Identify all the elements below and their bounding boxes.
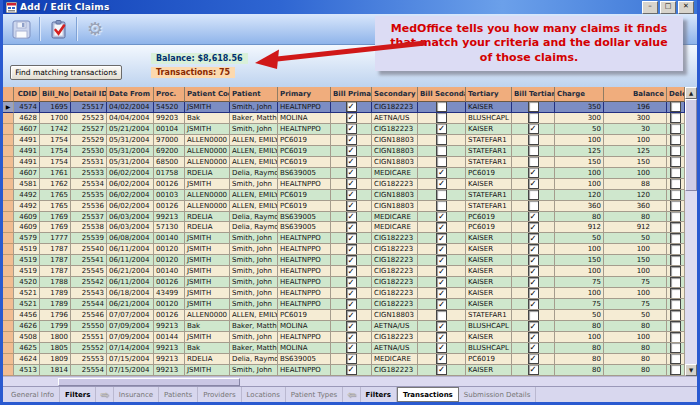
- cell-date_from[interactable]: 06/11/2004: [107, 244, 154, 255]
- cell-balance[interactable]: 80: [604, 343, 667, 354]
- cell-balance[interactable]: 100: [604, 288, 667, 299]
- cell-patient[interactable]: Baker, Matthew: [230, 343, 278, 354]
- cell-patient_code[interactable]: ALLEN0000: [185, 310, 230, 321]
- row-header[interactable]: [3, 124, 14, 135]
- cell-bill_tertiary[interactable]: ✓: [512, 222, 555, 233]
- cell-proc[interactable]: 99203: [154, 113, 185, 124]
- bill_primary-checkbox[interactable]: ✓: [346, 157, 357, 167]
- cell-balance[interactable]: 150: [604, 157, 667, 168]
- cell-balance[interactable]: 75: [604, 299, 667, 310]
- cell-bill_tertiary[interactable]: ✓: [512, 266, 555, 277]
- cell-bill_tertiary[interactable]: ✓: [512, 168, 555, 179]
- cell-date_from[interactable]: 07/09/2004: [107, 332, 154, 343]
- cell-patient[interactable]: Smith, John: [230, 266, 278, 277]
- cell-primary[interactable]: BS639005: [278, 212, 331, 223]
- cell-detail_id[interactable]: 25535: [71, 190, 107, 201]
- cell-bill_tertiary[interactable]: ✓: [512, 299, 555, 310]
- cell-detail_id[interactable]: 25545: [71, 266, 107, 277]
- cell-date_from[interactable]: 06/03/2004: [107, 222, 154, 233]
- cell-secondary[interactable]: CIG182223: [372, 244, 418, 255]
- cell-patient_code[interactable]: JSMITH: [185, 124, 230, 135]
- cell-bill_primary[interactable]: ✓: [331, 212, 372, 223]
- cell-detail_id[interactable]: 25538: [71, 222, 107, 233]
- cell-bill_secondary[interactable]: ✓: [418, 179, 466, 190]
- delete-checkbox[interactable]: [670, 113, 681, 123]
- cell-bill_primary[interactable]: ✓: [331, 332, 372, 343]
- cell-tertiary[interactable]: KAISER: [466, 266, 512, 277]
- cell-bill_tertiary[interactable]: [512, 113, 555, 124]
- table-row[interactable]: 451917872554506/21/200400140JSMITHSmith,…: [3, 266, 685, 277]
- cell-primary[interactable]: PC6019: [278, 146, 331, 157]
- cell-patient[interactable]: Smith, John: [230, 102, 278, 113]
- table-row[interactable]: 460917692553806/03/200457130RDELIADelia,…: [3, 222, 685, 233]
- cell-bill_no[interactable]: 1769: [40, 212, 71, 223]
- cell-delete[interactable]: [667, 310, 685, 321]
- bill_secondary-checkbox[interactable]: [436, 190, 447, 200]
- cell-secondary[interactable]: CIGN18803: [372, 146, 418, 157]
- cell-bill_secondary[interactable]: [418, 190, 466, 201]
- delete-checkbox[interactable]: [670, 201, 681, 211]
- cell-detail_id[interactable]: 25552: [71, 343, 107, 354]
- row-header[interactable]: [3, 365, 14, 376]
- bill_tertiary-checkbox[interactable]: [528, 135, 539, 145]
- cell-charge[interactable]: 120: [555, 190, 604, 201]
- cell-secondary[interactable]: AETNA/US: [372, 343, 418, 354]
- cell-bill_no[interactable]: 1769: [40, 222, 71, 233]
- column-header-bill_no[interactable]: Bill_No: [40, 87, 71, 102]
- cell-patient[interactable]: Smith, John: [230, 299, 278, 310]
- cell-proc[interactable]: 00104: [154, 124, 185, 135]
- bill_secondary-checkbox[interactable]: ✓: [436, 277, 447, 287]
- cell-charge[interactable]: 150: [555, 157, 604, 168]
- cell-secondary[interactable]: CIG182223: [372, 266, 418, 277]
- row-header[interactable]: [3, 233, 14, 244]
- cell-primary[interactable]: PC6019: [278, 201, 331, 212]
- cell-bill_no[interactable]: 1777: [40, 233, 71, 244]
- bill_secondary-checkbox[interactable]: ✓: [436, 299, 447, 309]
- cell-bill_tertiary[interactable]: [512, 157, 555, 168]
- cell-tertiary[interactable]: PC6019: [466, 168, 512, 179]
- cell-detail_id[interactable]: 25534: [71, 179, 107, 190]
- cell-bill_secondary[interactable]: ✓: [418, 244, 466, 255]
- cell-bill_secondary[interactable]: ✓: [418, 332, 466, 343]
- cell-bill_no[interactable]: 1789: [40, 288, 71, 299]
- cell-primary[interactable]: HEALTNPPO: [278, 244, 331, 255]
- cell-detail_id[interactable]: 25546: [71, 310, 107, 321]
- cell-primary[interactable]: BS639005: [278, 222, 331, 233]
- cell-secondary[interactable]: AETNA/US: [372, 113, 418, 124]
- bill_secondary-checkbox[interactable]: [436, 201, 447, 211]
- bill_secondary-checkbox[interactable]: ✓: [436, 212, 447, 222]
- cell-cdid[interactable]: 4492: [14, 190, 40, 201]
- cell-date_from[interactable]: 06/02/2004: [107, 201, 154, 212]
- cell-patient_code[interactable]: JSMITH: [185, 233, 230, 244]
- tab-filters[interactable]: Filters: [60, 387, 96, 402]
- table-row[interactable]: 462617992555007/09/200499213BakBaker, Ma…: [3, 321, 685, 332]
- cell-delete[interactable]: [667, 135, 685, 146]
- cell-patient_code[interactable]: Bak: [185, 321, 230, 332]
- table-row[interactable]: 451318142555407/15/200499213JSMITHSmith,…: [3, 365, 685, 376]
- row-header[interactable]: [3, 321, 14, 332]
- cell-date_from[interactable]: 06/11/2004: [107, 255, 154, 266]
- cell-proc[interactable]: 00140: [154, 266, 185, 277]
- cell-patient[interactable]: Smith, John: [230, 179, 278, 190]
- bill_secondary-checkbox[interactable]: ✓: [436, 332, 447, 342]
- cell-date_from[interactable]: 06/02/2004: [107, 179, 154, 190]
- cell-date_from[interactable]: 05/21/2004: [107, 124, 154, 135]
- cell-bill_no[interactable]: 1695: [40, 102, 71, 113]
- settings-button[interactable]: ⚙: [80, 16, 110, 42]
- bill_tertiary-checkbox[interactable]: ✓: [528, 277, 539, 287]
- bill_primary-checkbox[interactable]: ✓: [346, 266, 357, 276]
- cell-cdid[interactable]: 4628: [14, 113, 40, 124]
- cell-balance[interactable]: 88: [604, 179, 667, 190]
- cell-cdid[interactable]: 4491: [14, 157, 40, 168]
- cell-date_from[interactable]: 06/02/2004: [107, 168, 154, 179]
- cell-delete[interactable]: [667, 212, 685, 223]
- cell-bill_primary[interactable]: ✓: [331, 222, 372, 233]
- bill_primary-checkbox[interactable]: ✓: [346, 135, 357, 145]
- cell-bill_secondary[interactable]: [418, 157, 466, 168]
- cell-balance[interactable]: 100: [604, 135, 667, 146]
- table-row[interactable]: 449117542552905/31/200497000ALLEN0000ALL…: [3, 135, 685, 146]
- cell-bill_primary[interactable]: ✓: [331, 365, 372, 376]
- cell-date_from[interactable]: 07/14/2004: [107, 343, 154, 354]
- cell-tertiary[interactable]: STATEFAR1: [466, 157, 512, 168]
- cell-proc[interactable]: 99213: [154, 212, 185, 223]
